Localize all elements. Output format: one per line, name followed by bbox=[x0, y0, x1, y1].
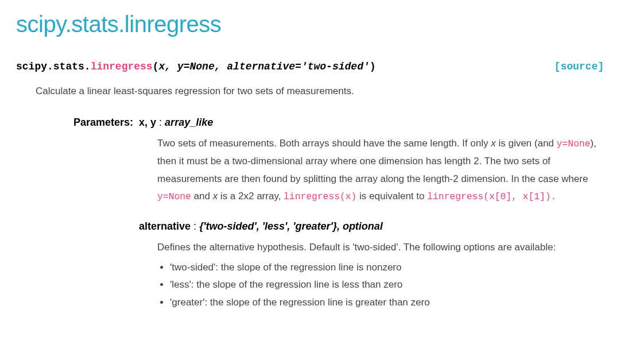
list-item: 'greater': the slope of the regression l… bbox=[170, 294, 604, 312]
signature-row: scipy.stats.linregress(x, y=None, altern… bbox=[16, 57, 604, 76]
parameters-block: Parameters: x, y : array_like Two sets o… bbox=[73, 113, 604, 323]
param-xy-name: x, y bbox=[139, 117, 156, 128]
function-summary: Calculate a linear least-squares regress… bbox=[36, 83, 604, 100]
param-alternative-desc: Defines the alternative hypothesis. Defa… bbox=[157, 239, 604, 311]
source-link[interactable]: [source] bbox=[555, 57, 604, 76]
function-signature: scipy.stats.linregress(x, y=None, altern… bbox=[16, 57, 376, 76]
sig-module-prefix: scipy.stats. bbox=[16, 61, 91, 72]
parameters-label: Parameters: bbox=[73, 113, 133, 131]
param-alternative-sep: : bbox=[191, 220, 199, 232]
param-xy-head: x, y : array_like bbox=[139, 113, 604, 131]
parameters-body: x, y : array_like Two sets of measuremen… bbox=[139, 113, 604, 323]
code-literal: linregress(x) bbox=[284, 191, 356, 202]
param-xy-sep: : bbox=[156, 117, 165, 128]
sig-close-paren: ) bbox=[370, 61, 376, 72]
text: is a 2x2 array, bbox=[218, 191, 284, 202]
text: is given (and bbox=[496, 138, 557, 149]
italic-x: x bbox=[491, 138, 496, 149]
code-literal: y=None bbox=[557, 138, 591, 149]
param-alternative-head: alternative : {'two-sided', 'less', 'gre… bbox=[139, 217, 604, 235]
text: is equivalent to bbox=[356, 191, 427, 202]
text: and bbox=[191, 191, 213, 202]
sig-function-name: linregress bbox=[91, 61, 153, 72]
list-item: 'two-sided': the slope of the regression… bbox=[170, 259, 604, 277]
sig-arguments: x, y=None, alternative='two-sided' bbox=[158, 61, 369, 72]
param-alternative-name: alternative bbox=[139, 220, 191, 232]
param-alternative-intro: Defines the alternative hypothesis. Defa… bbox=[157, 239, 604, 257]
page-title: scipy.stats.linregress bbox=[16, 3, 604, 45]
param-xy-desc: Two sets of measurements. Both arrays sh… bbox=[157, 135, 604, 205]
code-literal: linregress(x[0], x[1]). bbox=[427, 191, 556, 202]
list-item: 'less': the slope of the regression line… bbox=[170, 276, 604, 294]
param-alternative-type: {'two-sided', 'less', 'greater'}, option… bbox=[199, 220, 383, 232]
code-literal: y=None bbox=[157, 191, 191, 202]
italic-x: x bbox=[213, 191, 218, 202]
param-alternative-options: 'two-sided': the slope of the regression… bbox=[157, 259, 604, 312]
text: Two sets of measurements. Both arrays sh… bbox=[157, 138, 491, 149]
sig-open-paren: ( bbox=[153, 61, 159, 72]
param-xy-type: array_like bbox=[165, 117, 213, 128]
